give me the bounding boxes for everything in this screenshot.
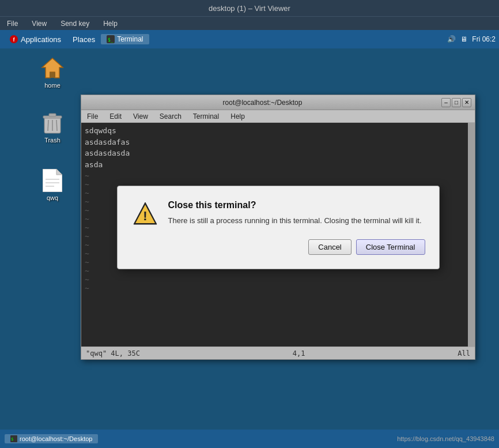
home-label: home [44, 82, 61, 89]
menu-file[interactable]: File [5, 18, 20, 29]
desktop: home Trash qwq [0, 48, 499, 430]
title-bar: desktop (1) – Virt Viewer [0, 0, 499, 16]
cancel-button[interactable]: Cancel [308, 239, 351, 255]
dialog-title: Close this terminal? [168, 200, 422, 210]
svg-line-9 [48, 120, 48, 131]
close-terminal-button[interactable]: Close Terminal [356, 239, 425, 255]
dialog-buttons: Cancel Close Terminal [131, 239, 425, 255]
qwq-label: qwq [47, 194, 58, 201]
menu-sendkey[interactable]: Send key [58, 18, 92, 29]
bottom-terminal-icon: $ [10, 435, 17, 442]
volume-icon: 🔊 [447, 35, 456, 43]
taskbar-right: 🔊 🖥 Fri 06:2 [447, 35, 496, 43]
bottom-task-terminal[interactable]: $ root@localhost:~/Desktop [5, 434, 98, 443]
terminal-label: Terminal [117, 35, 143, 43]
desktop-icon-trash[interactable]: Trash [32, 109, 73, 146]
dialog-message: There is still a process running in this… [168, 215, 422, 227]
bottom-taskbar: $ root@localhost:~/Desktop https://blog.… [0, 430, 499, 448]
svg-text:!: ! [143, 209, 147, 223]
menu-bar: File View Send key Help [0, 16, 499, 30]
clock: Fri 06:2 [472, 35, 496, 43]
applications-label: Applications [21, 35, 61, 44]
menu-help[interactable]: Help [101, 18, 120, 29]
desktop-icon-home[interactable]: home [32, 54, 73, 91]
bottom-task-label: root@localhost:~/Desktop [20, 435, 92, 442]
close-terminal-dialog: ! Close this terminal? There is still a … [117, 186, 440, 269]
warning-icon: ! [131, 200, 159, 228]
taskbar-left: f Applications Places $_ Terminal [3, 33, 446, 46]
applications-icon: f [9, 35, 18, 44]
dialog-overlay: ! Close this terminal? There is still a … [81, 95, 475, 359]
terminal-taskbar-btn[interactable]: $_ Terminal [101, 34, 149, 44]
svg-marker-13 [56, 169, 62, 175]
bottom-url: https://blog.csdn.net/qq_43943848 [397, 435, 494, 442]
title-text: desktop (1) – Virt Viewer [209, 4, 290, 13]
menu-view[interactable]: View [29, 18, 49, 29]
applications-menu[interactable]: f Applications [3, 33, 67, 46]
svg-rect-8 [49, 114, 56, 116]
trash-icon [41, 111, 64, 134]
terminal-window: root@localhost:~/Desktop – □ ✕ File Edit… [81, 95, 475, 360]
desktop-icon-qwq[interactable]: qwq [32, 167, 73, 204]
qwq-file-icon [41, 169, 64, 192]
terminal-icon: $_ [107, 35, 115, 43]
svg-text:$: $ [11, 437, 13, 442]
dialog-text: Close this terminal? There is still a pr… [168, 200, 422, 227]
svg-line-11 [56, 120, 57, 131]
places-menu[interactable]: Places [67, 33, 101, 46]
home-icon [41, 57, 64, 80]
network-icon: 🖥 [460, 35, 467, 43]
places-label: Places [73, 35, 95, 44]
trash-label: Trash [44, 137, 61, 144]
svg-text:$_: $_ [108, 37, 114, 43]
top-taskbar: f Applications Places $_ Terminal 🔊 🖥 Fr… [0, 30, 499, 48]
dialog-header: ! Close this terminal? There is still a … [131, 200, 425, 228]
svg-rect-5 [50, 72, 55, 78]
